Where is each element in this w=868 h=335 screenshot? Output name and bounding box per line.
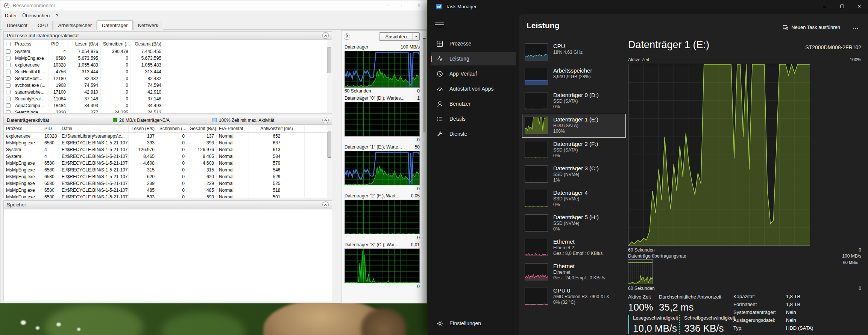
table-row[interactable]: MsMpEng.exe 6580 E:\$RECYCLE.BIN\S-1-5-2… — [4, 194, 332, 198]
row-checkbox[interactable] — [6, 63, 11, 67]
menu-item[interactable]: ? — [53, 12, 61, 19]
table-row[interactable]: MsMpEng.exe 6580 E:\$RECYCLE.BIN\S-1-5-2… — [4, 167, 332, 173]
table-row[interactable]: MsMpEng.exe 6580 E:\$RECYCLE.BIN\S-1-5-2… — [4, 173, 332, 180]
scrollbar-thumb[interactable] — [423, 38, 426, 132]
perf-list-item[interactable]: Datenträger 0 (D:) SSD (SATA) 0% — [522, 89, 626, 113]
table-row[interactable]: AquaCompu... 18484 34.493 0 34.493 — [4, 102, 332, 109]
perf-list-item[interactable]: Ethernet Ethernet Ges.: 24,0 Empf.: 0 KB… — [522, 261, 626, 284]
col-gesamt[interactable]: Gesamt (B/s) — [131, 40, 164, 48]
table-row[interactable]: explorer.exe 10328 1.055.483 0 1.055.483 — [4, 62, 332, 68]
table-row[interactable]: System 4 E:\$RECYCLE.BIN\S-1-5-21-107...… — [4, 153, 332, 160]
perf-list-item[interactable]: Arbeitsspeicher 8,9/31,9 GB (28%) — [522, 65, 626, 89]
sidebar-item-dienste[interactable]: Dienste — [431, 127, 516, 141]
table-row[interactable]: MsMpEng.exe 6580 E:\$RECYCLE.BIN\S-1-5-2… — [4, 180, 332, 187]
collapse-button[interactable] — [322, 117, 329, 123]
row-checkbox[interactable] — [6, 97, 11, 101]
sidebar-item-details[interactable]: Details — [431, 112, 516, 126]
perf-list-item[interactable]: Datenträger 5 (H:) SSD (NVMe) 0% — [522, 212, 626, 235]
table-row[interactable]: explorer.exe 10328 E:\SteamLibrary\steam… — [4, 133, 332, 139]
collapse-button[interactable] — [322, 32, 329, 39]
sidebar-item-autostart[interactable]: Autostart von Apps — [431, 82, 516, 95]
menu-item[interactable]: Überwachen — [19, 12, 53, 19]
dropdown-arrow[interactable] — [413, 33, 419, 40]
row-checkbox[interactable] — [6, 83, 11, 88]
scrollbar-thumb[interactable] — [328, 47, 331, 73]
table-row[interactable]: SearchHost.... 12180 82.432 0 82.432 — [4, 75, 332, 82]
sidebar-item-einstellungen[interactable]: Einstellungen — [431, 317, 516, 330]
table-row[interactable]: MsMpEng.exe 6580 5.673.595 0 5.673.595 — [4, 55, 332, 62]
perf-list-item[interactable]: Datenträger 1 (E:) HDD (SATA) 100% — [522, 114, 626, 138]
ansichten-dropdown[interactable]: Ansichten — [379, 32, 420, 41]
col-schreiben[interactable]: Schreiben (... — [101, 40, 131, 48]
table-row[interactable]: svchost.exe (... 1908 74.594 0 74.594 — [4, 82, 332, 89]
graphs-scrollbar[interactable] — [422, 31, 426, 303]
section-disk-activity-header[interactable]: Datenträgeraktivität 26 MB/s Datenträger… — [3, 116, 332, 124]
col-prozess[interactable]: Prozess — [13, 40, 49, 48]
active-time-axis-row: Aktive Zeit 100% — [628, 57, 861, 62]
perf-list-item[interactable]: Datenträger 3 (C:) SSD (NVMe) 1% — [522, 163, 626, 186]
hamburger-menu-icon[interactable] — [435, 20, 444, 29]
sidebar-item-app-verlauf[interactable]: App-Verlauf — [431, 67, 516, 80]
col-pid[interactable]: PID — [42, 125, 59, 132]
collapse-panel-button[interactable] — [344, 33, 350, 40]
collapse-button[interactable] — [322, 202, 329, 208]
row-checkbox[interactable] — [6, 90, 11, 94]
table-row[interactable]: MsMpEng.exe 6580 E:\$RECYCLE.BIN\S-1-5-2… — [4, 160, 332, 167]
col-datei[interactable]: Datei — [59, 125, 129, 132]
perf-list-item[interactable]: CPU 18% 4,63 GHz — [522, 41, 626, 64]
table-row[interactable]: System 4 E:\$RECYCLE.BIN\S-1-5-21-107...… — [4, 146, 332, 153]
maximize-button[interactable] — [395, 0, 411, 11]
menu-item[interactable]: Datei — [2, 12, 19, 19]
tab[interactable]: CPU — [33, 21, 53, 30]
close-button[interactable]: × — [851, 0, 868, 13]
col-pid[interactable]: PID — [49, 40, 68, 48]
minimize-button[interactable]: – — [379, 0, 395, 11]
perf-list-item[interactable]: Datenträger 2 (F:) SSD (SATA) 0% — [522, 138, 626, 162]
table-row[interactable]: System 4 7.054.976 390.479 7.445.455 — [4, 48, 332, 55]
maximize-button[interactable] — [833, 0, 851, 13]
section-processes-header[interactable]: Prozesse mit Datenträgeraktivität — [3, 31, 332, 40]
row-checkbox[interactable] — [6, 49, 11, 54]
tab[interactable]: Netzwerk — [133, 21, 163, 30]
minimize-button[interactable]: – — [816, 0, 833, 13]
col-prozess[interactable]: Prozess — [4, 125, 42, 132]
table-row[interactable]: MsMpEng.exe 6580 E:\$RECYCLE.BIN\S-1-5-2… — [4, 139, 332, 146]
close-button[interactable]: × — [411, 0, 427, 11]
col-lesen[interactable]: Lesen (B/s) — [129, 125, 157, 132]
row-checkbox[interactable] — [6, 70, 11, 74]
perf-list-item[interactable]: Ethernet Ethernet 2 Ges.: 8,0 Empf.: 0 K… — [522, 236, 626, 260]
tab[interactable]: Übersicht — [2, 21, 32, 30]
col-lesen[interactable]: Lesen (B/s) — [68, 40, 101, 48]
col-schreiben[interactable]: Schreiben (... — [157, 125, 187, 132]
sidebar-item-prozesse[interactable]: Prozesse — [431, 37, 516, 50]
col-ea-prioritaet[interactable]: E/A-Priorität — [217, 125, 249, 132]
table-row[interactable]: MsMpEng.exe 6580 E:\$RECYCLE.BIN\S-1-5-2… — [4, 187, 332, 194]
col-gesamt[interactable]: Gesamt (B/s) — [187, 125, 217, 132]
checkbox[interactable] — [6, 42, 11, 46]
select-all-checkbox-cell[interactable] — [4, 40, 13, 48]
sidebar-item-benutzer[interactable]: Benutzer — [431, 97, 516, 111]
table-row[interactable]: SecHealthUI.... 4756 313.444 0 313.444 — [4, 68, 332, 75]
row-checkbox[interactable] — [6, 110, 11, 114]
tab[interactable]: Arbeitsspeicher — [53, 21, 97, 30]
perf-list-item[interactable]: GPU 0 AMD Radeon RX 7900 XTX 0% (32 °C) — [522, 285, 626, 309]
more-options-button[interactable]: … — [850, 22, 861, 32]
section-speicher-header[interactable]: Speicher — [3, 200, 332, 209]
row-checkbox[interactable] — [6, 76, 11, 81]
metric-subtitle: SSD (NVMe) — [553, 196, 588, 202]
table-header[interactable]: Prozess PID Lesen (B/s) Schreiben (... G… — [4, 40, 332, 48]
table-row[interactable]: steamwebhe... 17100 42.910 0 42.910 — [4, 89, 332, 95]
table-row[interactable]: SecurityHeal... 11084 37.148 0 37.148 — [4, 95, 332, 102]
sidebar-item-leistung[interactable]: Leistung — [431, 52, 516, 65]
row-checkbox[interactable] — [6, 56, 11, 61]
row-checkbox[interactable] — [6, 103, 11, 108]
table-header[interactable]: Prozess PID Datei Lesen (B/s) Schreiben … — [4, 125, 332, 133]
tab[interactable]: Datenträger — [97, 20, 133, 30]
scrollbar-thumb[interactable] — [328, 132, 331, 158]
run-new-task-button[interactable]: Neuen Task ausführen — [779, 22, 844, 32]
perf-list-item[interactable]: Datenträger 4 SSD (NVMe) 0% — [522, 187, 626, 211]
table2-scrollbar[interactable] — [327, 125, 332, 198]
table1-scrollbar[interactable] — [327, 40, 332, 113]
table-row[interactable]: SearchInde... 2320 277 24.235 24.512 — [4, 109, 332, 114]
col-antwortzeit[interactable]: Antwortzeit (ms) — [249, 125, 305, 132]
